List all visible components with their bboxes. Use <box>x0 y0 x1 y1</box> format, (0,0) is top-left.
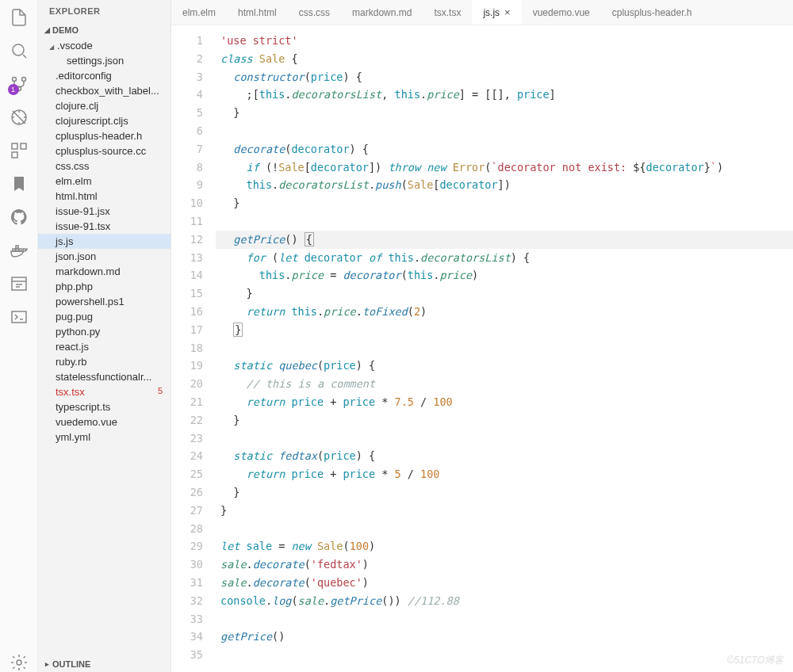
svg-rect-5 <box>12 143 17 149</box>
file-item[interactable]: powershell.ps1 <box>38 294 170 309</box>
activity-bar: 1 <box>0 0 38 672</box>
editor-tab[interactable]: markdown.md <box>341 0 423 25</box>
svg-rect-11 <box>16 246 18 248</box>
editor-tab[interactable]: js.js× <box>472 0 521 25</box>
editor-tab[interactable]: vuedemo.vue <box>522 0 601 25</box>
section-demo[interactable]: ◢DEMO <box>38 22 170 38</box>
svg-point-0 <box>13 44 24 55</box>
svg-rect-12 <box>12 277 26 290</box>
file-item[interactable]: php.php <box>38 279 170 294</box>
code-lines[interactable]: 'use strict'class Sale { constructor(pri… <box>216 25 793 672</box>
docker-icon[interactable] <box>10 241 29 260</box>
debug-icon[interactable] <box>10 108 29 127</box>
file-item[interactable]: ruby.rb <box>38 354 170 369</box>
sidebar-title[interactable]: EXPLORER <box>38 0 170 22</box>
editor-tab[interactable]: cplusplus-header.h <box>601 0 703 25</box>
file-item[interactable]: issue-91.jsx <box>38 204 170 219</box>
file-item[interactable]: markdown.md <box>38 264 170 279</box>
file-item[interactable]: cplusplus-source.cc <box>38 143 170 158</box>
source-control-icon[interactable]: 1 <box>10 74 29 94</box>
bookmark-icon[interactable] <box>10 174 29 193</box>
file-item[interactable]: react.js <box>38 339 170 354</box>
github-icon[interactable] <box>10 208 29 227</box>
file-item[interactable]: clojure.clj <box>38 98 170 113</box>
line-gutter: 1234567891011121314151617181920212223242… <box>171 25 216 672</box>
editor-tab[interactable]: html.html <box>227 0 288 25</box>
file-item[interactable]: statelessfunctionalr... <box>38 369 170 384</box>
settings-gear-icon[interactable] <box>10 653 29 672</box>
file-item[interactable]: css.css <box>38 158 170 174</box>
explorer-icon[interactable] <box>10 8 29 27</box>
file-tree: ◢.vscodesettings.json.editorconfigcheckb… <box>38 38 170 656</box>
file-item[interactable]: json.json <box>38 249 170 264</box>
close-icon[interactable]: × <box>504 6 511 18</box>
svg-point-1 <box>12 78 16 82</box>
svg-point-14 <box>17 660 21 665</box>
svg-rect-6 <box>21 143 26 149</box>
file-item[interactable]: typescript.ts <box>38 399 170 414</box>
code-editor[interactable]: 1234567891011121314151617181920212223242… <box>171 25 793 672</box>
file-item[interactable]: tsx.tsx5 <box>38 384 170 399</box>
file-item[interactable]: checkbox_with_label... <box>38 83 170 98</box>
file-item[interactable]: python.py <box>38 324 170 339</box>
extensions-icon[interactable] <box>10 141 29 160</box>
file-item[interactable]: yml.yml <box>38 430 170 445</box>
terminal-icon[interactable] <box>10 307 29 326</box>
file-item[interactable]: cplusplus-header.h <box>38 128 170 143</box>
file-item[interactable]: vuedemo.vue <box>38 414 170 430</box>
editor-tab[interactable]: tsx.tsx <box>423 0 472 25</box>
editor-tab[interactable]: elm.elm <box>171 0 227 25</box>
file-item[interactable]: html.html <box>38 189 170 204</box>
sidebar: EXPLORER ◢DEMO ◢.vscodesettings.json.edi… <box>38 0 171 672</box>
chevron-down-icon: ◢ <box>43 26 51 34</box>
file-item[interactable]: ◢.vscode <box>38 38 170 53</box>
editor-tab[interactable]: css.css <box>288 0 341 25</box>
watermark: ©51CTO博客 <box>727 654 783 667</box>
svg-point-2 <box>21 78 25 82</box>
svg-rect-7 <box>12 152 17 158</box>
tab-bar: elm.elmhtml.htmlcss.cssmarkdown.mdtsx.ts… <box>171 0 793 25</box>
file-item[interactable]: pug.pug <box>38 309 170 324</box>
search-icon[interactable] <box>10 41 29 60</box>
editor-area: elm.elmhtml.htmlcss.cssmarkdown.mdtsx.ts… <box>171 0 793 672</box>
file-item[interactable]: elm.elm <box>38 174 170 189</box>
preview-icon[interactable] <box>10 274 29 293</box>
svg-rect-13 <box>12 311 26 323</box>
file-item[interactable]: settings.json <box>38 53 170 68</box>
file-item[interactable]: js.js <box>38 234 170 249</box>
file-item[interactable]: .editorconfig <box>38 68 170 83</box>
file-item[interactable]: issue-91.tsx <box>38 219 170 234</box>
file-item[interactable]: clojurescript.cljs <box>38 113 170 128</box>
section-outline[interactable]: ▸OUTLINE <box>38 656 170 672</box>
scm-badge: 1 <box>8 84 19 95</box>
chevron-right-icon: ▸ <box>43 660 51 668</box>
